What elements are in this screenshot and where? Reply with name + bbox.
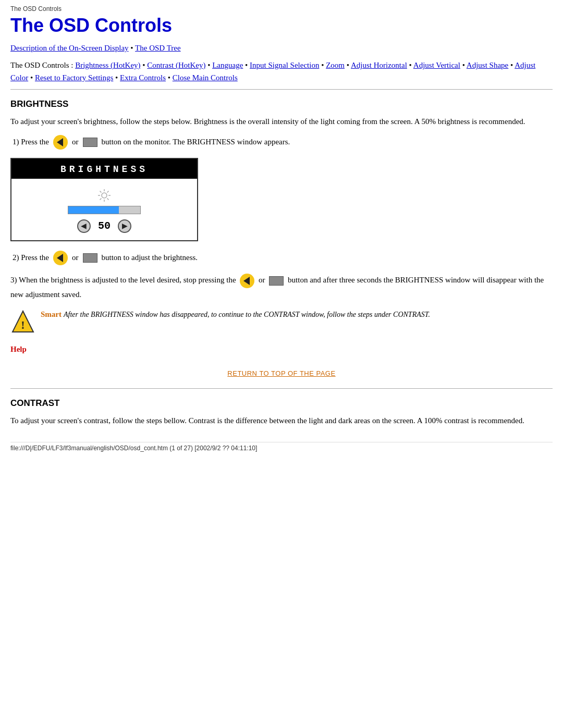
nav-link-osd-description[interactable]: Description of the On-Screen Display — [10, 44, 129, 52]
step1-or: or — [72, 138, 79, 146]
return-to-top: RETURN TO TOP OF THE PAGE — [10, 369, 553, 378]
warning-icon: ! — [10, 309, 35, 334]
brightness-right-arrow[interactable]: ▶ — [118, 219, 131, 233]
page-title: The OSD Controls — [10, 15, 553, 36]
brightness-controls-row: ◀ 50 ▶ — [77, 219, 131, 233]
divider-top — [10, 89, 553, 90]
breadcrumb-language[interactable]: Language — [212, 61, 243, 69]
brightness-display-header: BRIGHTNESS — [11, 159, 197, 179]
step2-or: or — [72, 253, 79, 262]
brightness-value: 50 — [98, 220, 111, 232]
browser-tab: The OSD Controls — [10, 5, 553, 13]
return-to-top-link[interactable]: RETURN TO TOP OF THE PAGE — [227, 369, 335, 377]
nav-separator: • — [130, 44, 135, 52]
sun-icon — [97, 188, 112, 203]
step2-num: 2) Press the — [13, 253, 49, 262]
smart-label: Smart — [41, 310, 62, 318]
left-arrow-button-2[interactable] — [53, 251, 68, 265]
nav-links: Description of the On-Screen Display • T… — [10, 44, 553, 53]
brightness-bar — [68, 206, 141, 214]
nav-link-osd-tree[interactable]: The OSD Tree — [135, 44, 181, 52]
breadcrumb-zoom[interactable]: Zoom — [326, 61, 345, 69]
breadcrumb-brightness[interactable]: Brightness (HotKey) — [75, 61, 140, 69]
help-label-row: Help — [10, 344, 553, 354]
step3-or: or — [259, 276, 267, 284]
left-arrow-button-3[interactable] — [240, 274, 254, 288]
rect-button-3[interactable] — [269, 276, 284, 286]
breadcrumb-close-main[interactable]: Close Main Controls — [173, 73, 238, 82]
help-label: Help — [10, 345, 27, 353]
brightness-step-1: 1) Press the or button on the monitor. T… — [10, 135, 553, 150]
svg-point-0 — [102, 193, 107, 198]
breadcrumb-contrast[interactable]: Contrast (HotKey) — [147, 61, 205, 69]
svg-line-6 — [107, 198, 109, 200]
divider-contrast — [10, 388, 553, 389]
brightness-description: To adjust your screen's brightness, foll… — [10, 116, 553, 128]
svg-line-5 — [100, 191, 102, 192]
brightness-left-arrow[interactable]: ◀ — [77, 219, 91, 233]
brightness-section-title: BRIGHTNESS — [10, 99, 553, 109]
breadcrumb-adjust-horizontal[interactable]: Adjust Horizontal — [351, 61, 407, 69]
status-bar: file:///D|/EDFU/LF3/lf3manual/english/OS… — [10, 442, 553, 452]
breadcrumb-prefix: The OSD Controls : — [10, 61, 75, 69]
breadcrumb-adjust-shape[interactable]: Adjust Shape — [467, 61, 508, 69]
smart-help-text-area: Smart After the BRIGHTNESS window has di… — [41, 309, 430, 320]
step1-suffix: button on the monitor. The BRIGHTNESS wi… — [102, 138, 290, 146]
breadcrumb-adjust-vertical[interactable]: Adjust Vertical — [413, 61, 460, 69]
step1-num: 1) Press the — [13, 138, 49, 146]
contrast-description: To adjust your screen's contrast, follow… — [10, 415, 553, 427]
smart-help-block: ! Smart After the BRIGHTNESS window has … — [10, 309, 553, 334]
breadcrumb-reset[interactable]: Reset to Factory Settings — [35, 73, 113, 82]
brightness-step-3: 3) When the brightness is adjusted to th… — [10, 274, 553, 301]
svg-line-7 — [107, 191, 109, 192]
step2-suffix: button to adjust the brightness. — [102, 253, 198, 262]
smart-help-text: After the BRIGHTNESS window has disappea… — [64, 309, 430, 318]
brightness-display: BRIGHTNESS ◀ 50 ▶ — [10, 158, 198, 241]
left-arrow-button-1[interactable] — [53, 135, 68, 150]
brightness-display-body: ◀ 50 ▶ — [11, 179, 197, 240]
rect-button-1[interactable] — [83, 138, 97, 147]
rect-button-2[interactable] — [83, 253, 97, 263]
svg-line-8 — [100, 198, 102, 200]
breadcrumb-extra-controls[interactable]: Extra Controls — [120, 73, 166, 82]
step3-prefix: 3) When the brightness is adjusted to th… — [10, 276, 238, 284]
breadcrumb: The OSD Controls : Brightness (HotKey) •… — [10, 59, 553, 84]
breadcrumb-input-signal[interactable]: Input Signal Selection — [250, 61, 319, 69]
svg-text:!: ! — [21, 318, 25, 331]
brightness-step-2: 2) Press the or button to adjust the bri… — [10, 251, 553, 265]
brightness-bar-fill — [68, 206, 119, 214]
contrast-section-title: CONTRAST — [10, 398, 553, 409]
